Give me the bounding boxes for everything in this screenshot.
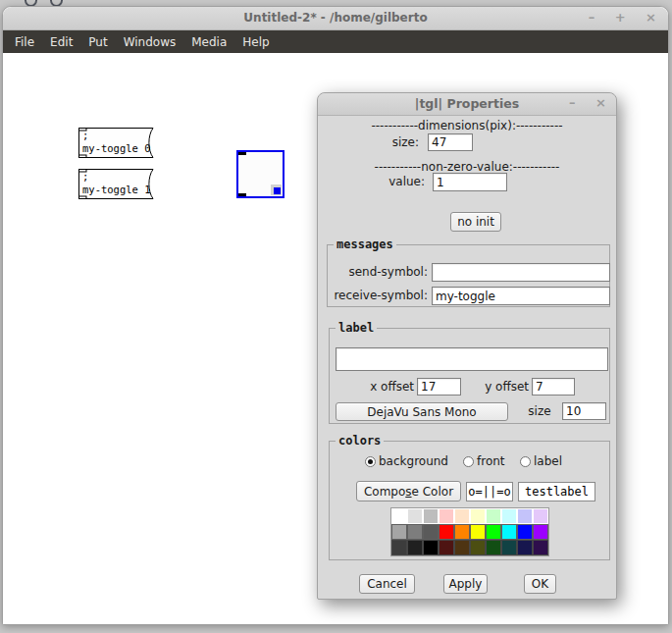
window-title: Untitled-2* - /home/gilberto bbox=[3, 11, 668, 25]
ok-button[interactable]: OK bbox=[524, 574, 556, 594]
size-label: size: bbox=[318, 135, 419, 149]
toggle-preview: o=||=o bbox=[466, 482, 513, 501]
compose-color-button[interactable]: Compose Color bbox=[356, 481, 461, 501]
value-input[interactable] bbox=[433, 173, 507, 191]
cancel-button[interactable]: Cancel bbox=[359, 574, 415, 594]
message-line-2: my-toggle 0 bbox=[82, 142, 151, 154]
y-offset-label: y offset bbox=[447, 380, 529, 394]
messages-group: messages send-symbol: receive-symbol: bbox=[327, 244, 610, 307]
x-offset-label: x offset bbox=[330, 380, 414, 394]
apply-button[interactable]: Apply bbox=[443, 574, 488, 594]
colors-legend: colors bbox=[336, 434, 384, 448]
outlet-nub bbox=[79, 196, 87, 199]
dialog-window-controls: – × bbox=[553, 95, 606, 110]
palette-color[interactable] bbox=[501, 540, 517, 555]
menu-put[interactable]: Put bbox=[80, 30, 115, 54]
palette-color[interactable] bbox=[391, 540, 407, 555]
palette-color[interactable] bbox=[391, 524, 407, 540]
radio-icon bbox=[463, 456, 474, 467]
main-titlebar[interactable]: Untitled-2* - /home/gilberto – + × bbox=[3, 7, 668, 30]
dimensions-header: -----------dimensions(pix):----------- bbox=[318, 119, 616, 132]
palette-color[interactable] bbox=[517, 524, 533, 540]
size-input[interactable] bbox=[428, 133, 473, 151]
radio-background-label: background bbox=[379, 454, 448, 468]
font-size-input[interactable] bbox=[562, 402, 606, 420]
outlet-nub bbox=[238, 193, 246, 196]
message-box-my-toggle-1[interactable]: ; my-toggle 1 bbox=[78, 169, 154, 199]
message-line-2: my-toggle 1 bbox=[82, 184, 151, 195]
palette-color[interactable] bbox=[439, 524, 454, 540]
palette-color[interactable] bbox=[486, 508, 501, 524]
no-init-button[interactable]: no init bbox=[450, 212, 501, 232]
send-symbol-label: send-symbol: bbox=[328, 265, 428, 279]
label-preview: testlabel bbox=[518, 482, 595, 501]
palette-color[interactable] bbox=[501, 508, 517, 524]
palette-color[interactable] bbox=[391, 508, 407, 524]
palette-color[interactable] bbox=[423, 508, 439, 524]
desktop: { "desktop": { "background": "#c8c8c8" }… bbox=[0, 0, 672, 633]
menu-help[interactable]: Help bbox=[234, 30, 277, 54]
resize-handle[interactable] bbox=[271, 185, 282, 195]
label-legend: label bbox=[336, 321, 377, 335]
message-box-my-toggle-0[interactable]: ; my-toggle 0 bbox=[78, 128, 154, 158]
palette-color[interactable] bbox=[407, 524, 423, 540]
outlet-nub bbox=[79, 155, 87, 158]
radio-icon bbox=[365, 456, 376, 467]
menu-file[interactable]: File bbox=[7, 30, 42, 54]
menubar: File Edit Put Windows Media Help bbox=[3, 30, 668, 54]
radio-label-label: label bbox=[534, 454, 562, 468]
message-line-1: ; bbox=[82, 130, 88, 141]
palette-color[interactable] bbox=[454, 508, 470, 524]
menu-windows[interactable]: Windows bbox=[116, 30, 184, 54]
font-size-label: size bbox=[522, 404, 557, 418]
palette-color[interactable] bbox=[517, 540, 533, 555]
radio-front[interactable]: front bbox=[463, 454, 505, 468]
palette-color[interactable] bbox=[439, 540, 454, 555]
palette-color[interactable] bbox=[486, 540, 501, 555]
inlet-nub bbox=[238, 152, 246, 155]
palette-color[interactable] bbox=[407, 508, 423, 524]
palette-color[interactable] bbox=[454, 524, 470, 540]
color-palette bbox=[390, 507, 549, 556]
palette-color[interactable] bbox=[486, 524, 501, 540]
radio-icon bbox=[520, 456, 531, 467]
value-label: value: bbox=[318, 175, 425, 188]
palette-color[interactable] bbox=[470, 524, 486, 540]
send-symbol-input[interactable] bbox=[432, 263, 610, 282]
toggle-object-selected[interactable] bbox=[236, 150, 284, 198]
message-line-1: ; bbox=[82, 171, 88, 183]
menu-edit[interactable]: Edit bbox=[42, 30, 80, 54]
palette-color[interactable] bbox=[533, 524, 548, 540]
receive-symbol-label: receive-symbol: bbox=[328, 289, 428, 302]
palette-color[interactable] bbox=[533, 508, 548, 524]
font-button[interactable]: DejaVu Sans Mono bbox=[336, 402, 508, 421]
palette-color[interactable] bbox=[501, 524, 517, 540]
close-icon[interactable]: × bbox=[595, 95, 606, 110]
palette-color[interactable] bbox=[454, 540, 470, 555]
palette-color[interactable] bbox=[423, 524, 439, 540]
menu-media[interactable]: Media bbox=[183, 30, 234, 54]
palette-color[interactable] bbox=[533, 540, 548, 555]
messages-legend: messages bbox=[334, 237, 396, 251]
maximize-icon[interactable]: + bbox=[615, 10, 626, 25]
tgl-properties-dialog: |tgl| Properties – × -----------dimensio… bbox=[317, 92, 617, 600]
window-controls: – + × bbox=[573, 10, 656, 25]
dialog-titlebar[interactable]: |tgl| Properties – × bbox=[318, 93, 616, 116]
palette-color[interactable] bbox=[470, 540, 486, 555]
palette-color[interactable] bbox=[470, 508, 486, 524]
palette-color[interactable] bbox=[439, 508, 454, 524]
label-text-input[interactable] bbox=[336, 347, 608, 371]
palette-color[interactable] bbox=[517, 508, 533, 524]
radio-label[interactable]: label bbox=[520, 454, 562, 468]
receive-symbol-input[interactable] bbox=[432, 287, 610, 305]
palette-color[interactable] bbox=[423, 540, 439, 555]
colors-group: colors background front label Compose Co… bbox=[329, 441, 610, 560]
close-icon[interactable]: × bbox=[646, 10, 656, 25]
label-group: label x offset y offset DejaVu Sans Mono… bbox=[329, 328, 610, 424]
palette-color[interactable] bbox=[407, 540, 423, 555]
radio-background[interactable]: background bbox=[365, 454, 448, 468]
minimize-icon[interactable]: – bbox=[589, 10, 595, 25]
radio-front-label: front bbox=[477, 454, 505, 468]
minimize-icon[interactable]: – bbox=[569, 95, 576, 110]
y-offset-input[interactable] bbox=[532, 378, 575, 396]
